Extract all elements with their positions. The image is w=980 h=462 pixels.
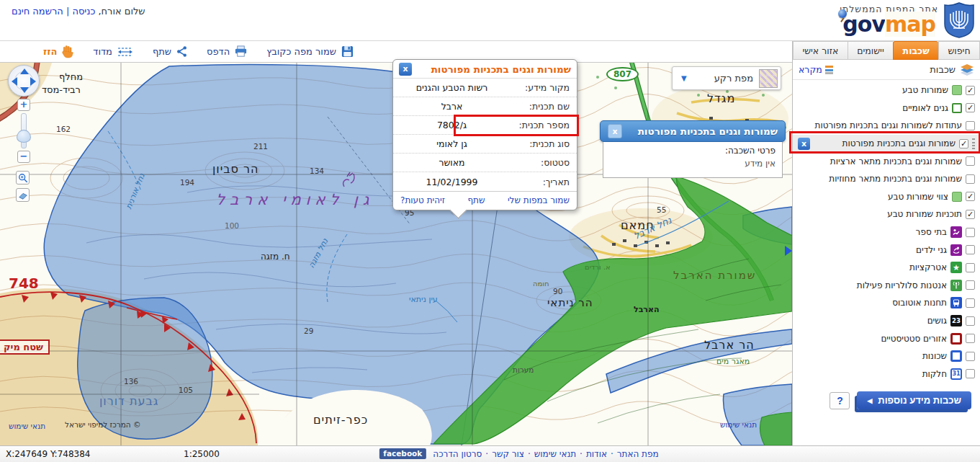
layer-checkbox[interactable]: ✓: [966, 103, 975, 112]
layer-checkbox[interactable]: [966, 298, 975, 308]
facebook-badge[interactable]: facebook: [379, 448, 426, 459]
layer-row[interactable]: שמורות וגנים בתכניות מתאר ארציות: [793, 152, 980, 170]
brand: אתר המפות הממשלתי govmap: [840, 0, 980, 40]
footer-link-tutorials[interactable]: סרטון הדרכה: [433, 449, 488, 459]
info-label: סטטוס:: [503, 157, 570, 168]
layer-label: שכונות: [922, 351, 947, 361]
govmap-app: אתר המפות הממשלתי govmap שלום אורח, כניס…: [0, 0, 980, 462]
info-label: תאריך:: [503, 177, 570, 187]
layer-close-icon[interactable]: x: [798, 138, 810, 150]
neighborhoods-icon: [950, 350, 962, 362]
popup-title: שמורות וגנים בתכניות מפורטות: [431, 63, 571, 75]
pan-west-icon[interactable]: [12, 77, 17, 86]
zoom-in-button[interactable]: +: [17, 99, 30, 111]
floppy-disk-icon: [341, 45, 354, 58]
footer-link-sitemap[interactable]: מפת האתר: [617, 449, 659, 459]
pan-north-icon[interactable]: [20, 68, 29, 74]
register-link[interactable]: הרשמה חינם: [12, 6, 63, 17]
layer-row[interactable]: ★ אטרקציות: [793, 259, 980, 277]
help-button[interactable]: ?: [830, 392, 850, 409]
info-label: שם תכנית:: [503, 101, 570, 112]
layer-popup-body: פרטי השכבה: אין מידע: [603, 142, 783, 178]
tab-personal-area[interactable]: אזור אישי: [793, 41, 848, 60]
tab-search[interactable]: חיפוש: [938, 41, 980, 60]
layer-checkbox[interactable]: ✓: [966, 192, 975, 201]
layer-checkbox[interactable]: [966, 352, 975, 361]
layer-list: ✓ שמורות טבע ✓ גנים לאומיים עתודות לשמור…: [793, 80, 980, 383]
layer-checkbox[interactable]: [966, 334, 975, 343]
info-label: מספר תכנית:: [503, 120, 570, 130]
layer-row[interactable]: ✓ גנים לאומיים: [793, 99, 980, 117]
more-layers-button[interactable]: שכבות מידע נוספות ◀: [857, 391, 971, 409]
zoom-slider-handle[interactable]: [17, 130, 31, 143]
info-value: מאושר: [400, 157, 503, 168]
layer-checkbox[interactable]: ✓: [966, 86, 975, 95]
drag-handle-icon[interactable]: [972, 138, 975, 149]
antenna-icon: [950, 280, 962, 291]
layer-row[interactable]: 31 חלקות: [793, 365, 980, 383]
terms-of-use-link[interactable]: תנאי שימוש: [9, 422, 45, 430]
layer-row[interactable]: שמורות וגנים בתכניות מתאר מחוזיות: [793, 170, 980, 188]
layer-row-selected[interactable]: ✓ שמורות וגנים בתכניות מפורטות x: [793, 135, 980, 153]
layer-row[interactable]: אזורים סטטיסטיים: [793, 329, 980, 347]
close-icon[interactable]: x: [608, 124, 622, 138]
layer-checkbox[interactable]: [966, 174, 975, 184]
layer-checkbox[interactable]: ✓: [966, 210, 975, 219]
print-button[interactable]: הדפס: [207, 45, 248, 58]
layer-checkbox[interactable]: ✓: [959, 139, 968, 148]
layer-label: תחנות אוטובוס: [892, 298, 947, 308]
chevron-down-icon[interactable]: ▼: [681, 74, 687, 82]
share-link[interactable]: שתף: [467, 195, 485, 205]
zoom-box-button[interactable]: [16, 171, 30, 185]
layer-row[interactable]: בתי ספר: [793, 223, 980, 241]
pan-south-icon[interactable]: [20, 87, 29, 93]
tab-layers[interactable]: שכבות: [893, 41, 938, 60]
layer-label: צווי שמורות טבע: [888, 192, 948, 202]
layer-row[interactable]: ✓ שמורות טבע: [793, 81, 980, 99]
layer-checkbox[interactable]: [966, 263, 975, 272]
measure-button[interactable]: מדוד: [93, 46, 134, 58]
layer-row[interactable]: תחנות אוטובוס: [793, 294, 980, 312]
layer-popup-header[interactable]: שמורות וגנים בתכניות מפורטות x: [600, 120, 786, 142]
layer-checkbox[interactable]: [966, 121, 975, 130]
layer-checkbox[interactable]: [966, 369, 975, 378]
user-area: שלום אורח, כניסה | הרשמה חינם: [0, 0, 145, 40]
layer-checkbox[interactable]: [966, 245, 975, 254]
layer-row[interactable]: 23 גושים: [793, 312, 980, 330]
logo-map: map: [885, 12, 935, 37]
hand-icon: [61, 45, 74, 58]
sidebar-collapse-arrow-icon[interactable]: [785, 246, 792, 256]
ruler-icon: [117, 46, 134, 58]
footer-link-contact[interactable]: צור קשר: [492, 449, 531, 459]
pan-compass-control[interactable]: [8, 65, 40, 97]
layer-row[interactable]: עתודות לשמורות וגנים בתכניות מפורטות: [793, 117, 980, 135]
share-button[interactable]: שתף: [153, 45, 188, 58]
close-icon[interactable]: x: [399, 63, 412, 76]
zoom-out-button[interactable]: −: [17, 151, 30, 163]
legend-link[interactable]: מקרא: [799, 64, 833, 75]
save-to-my-maps-link[interactable]: שמור במפות שלי: [508, 195, 570, 205]
terms-of-use-link[interactable]: תנאי שימוש: [720, 420, 757, 429]
layer-row[interactable]: גני ילדים: [793, 241, 980, 259]
footer-link-about[interactable]: אודות: [586, 449, 613, 459]
layer-row[interactable]: ✓ צווי שמורות טבע: [793, 188, 980, 206]
layer-checkbox[interactable]: [966, 228, 975, 237]
basemap-selector[interactable]: מפת רקע ▼: [672, 66, 781, 90]
layer-checkbox[interactable]: [966, 280, 975, 290]
info-row: סטטוס: מאושר: [393, 154, 577, 172]
pan-button[interactable]: הזז: [43, 45, 74, 58]
footer-link-terms[interactable]: תנאי שימוש: [534, 449, 583, 459]
layer-info-popup: שמורות וגנים בתכניות מפורטות x פרטי השכב…: [600, 120, 786, 178]
bus-icon: [950, 297, 962, 308]
layer-row[interactable]: שכונות: [793, 347, 980, 365]
report-error-link[interactable]: זיהית טעות?: [400, 195, 445, 205]
save-map-button[interactable]: שמור מפה כקובץ: [266, 45, 354, 58]
layer-row[interactable]: ✓ תוכניות שמורות טבע: [793, 205, 980, 223]
login-link[interactable]: כניסה: [72, 6, 95, 17]
layer-row[interactable]: אנטנות סלולריות פעילות: [793, 277, 980, 295]
pan-east-icon[interactable]: [30, 77, 36, 86]
layer-checkbox[interactable]: [966, 156, 975, 166]
clear-selection-button[interactable]: [16, 188, 30, 202]
layer-checkbox[interactable]: [966, 316, 975, 326]
tab-apps[interactable]: יישומים: [848, 41, 893, 60]
